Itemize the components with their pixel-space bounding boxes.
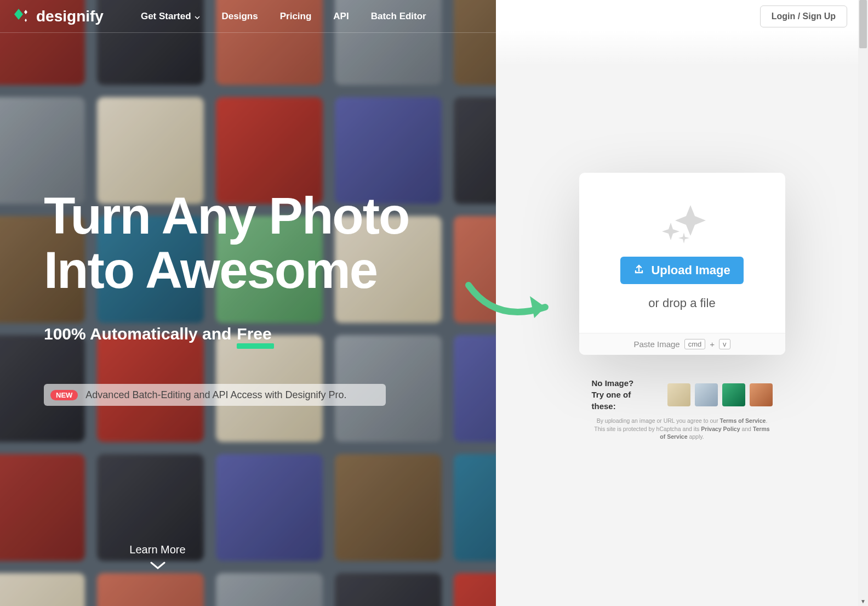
upload-image-button[interactable]: Upload Image	[620, 257, 743, 284]
upload-icon	[633, 263, 644, 277]
kbd-plus: +	[710, 339, 715, 349]
upload-image-label: Upload Image	[651, 263, 730, 277]
learn-more[interactable]: Learn More	[0, 543, 315, 573]
drop-file-label: or drop a file	[648, 296, 715, 310]
arrow-icon	[463, 280, 562, 329]
brand-name: designify	[36, 8, 104, 25]
hero-panel: Turn Any Photo Into Awesome 100% Automat…	[0, 0, 496, 606]
brand-logo-icon	[11, 7, 31, 26]
upload-card[interactable]: Upload Image or drop a file Paste Image …	[579, 173, 785, 355]
scrollbar[interactable]: ▼	[858, 0, 868, 606]
nav-designs[interactable]: Designs	[222, 11, 258, 22]
scrollbar-down-icon[interactable]: ▼	[858, 596, 868, 606]
example-row: No Image? Try one of these:	[592, 377, 773, 412]
kbd-v: v	[719, 339, 730, 349]
nav-api[interactable]: API	[333, 11, 349, 22]
legal-text: By uploading an image or URL you agree t…	[592, 417, 773, 441]
nav-pricing[interactable]: Pricing	[280, 11, 312, 22]
brand[interactable]: designify	[11, 7, 104, 26]
nav-get-started[interactable]: Get Started	[141, 11, 200, 22]
nav-border	[0, 32, 868, 33]
free-underline	[237, 343, 273, 349]
promo-banner[interactable]: NEW Advanced Batch-Editing and API Acces…	[44, 384, 386, 406]
upload-panel: Upload Image or drop a file Paste Image …	[496, 0, 868, 606]
no-image-label: No Image?	[592, 377, 658, 389]
login-signup-button[interactable]: Login / Sign Up	[760, 5, 847, 27]
caret-down-icon	[195, 11, 200, 22]
hero-subtitle-prefix: 100% Automatically and	[44, 325, 231, 343]
try-these-label: Try one of these:	[592, 389, 658, 412]
example-thumb-4[interactable]	[750, 383, 773, 406]
privacy-link[interactable]: Privacy Policy	[701, 426, 740, 432]
example-thumb-1[interactable]	[667, 383, 690, 406]
kbd-cmd: cmd	[684, 339, 706, 349]
sparkles-icon	[658, 201, 707, 245]
nav-bar: designify Get Started Designs Pricing AP…	[0, 0, 858, 32]
scrollbar-thumb[interactable]	[859, 0, 867, 48]
paste-bar: Paste Image cmd + v	[579, 333, 785, 355]
hero-subtitle-free: Free	[237, 325, 271, 343]
hero-title-line2: Into Awesome	[44, 243, 460, 298]
chevron-down-icon	[150, 560, 165, 573]
nav-batch-editor[interactable]: Batch Editor	[371, 11, 426, 22]
promo-text: Advanced Batch-Editing and API Access wi…	[85, 389, 346, 401]
new-pill: NEW	[50, 390, 78, 400]
hero-subtitle: 100% Automatically and Free	[44, 325, 272, 343]
hero-title: Turn Any Photo Into Awesome	[44, 189, 460, 297]
learn-more-label: Learn More	[129, 543, 185, 556]
example-thumb-2[interactable]	[695, 383, 718, 406]
tos-link[interactable]: Terms of Service	[720, 417, 766, 424]
hero-title-line1: Turn Any Photo	[44, 189, 460, 243]
example-thumb-3[interactable]	[722, 383, 745, 406]
paste-label: Paste Image	[633, 339, 679, 349]
